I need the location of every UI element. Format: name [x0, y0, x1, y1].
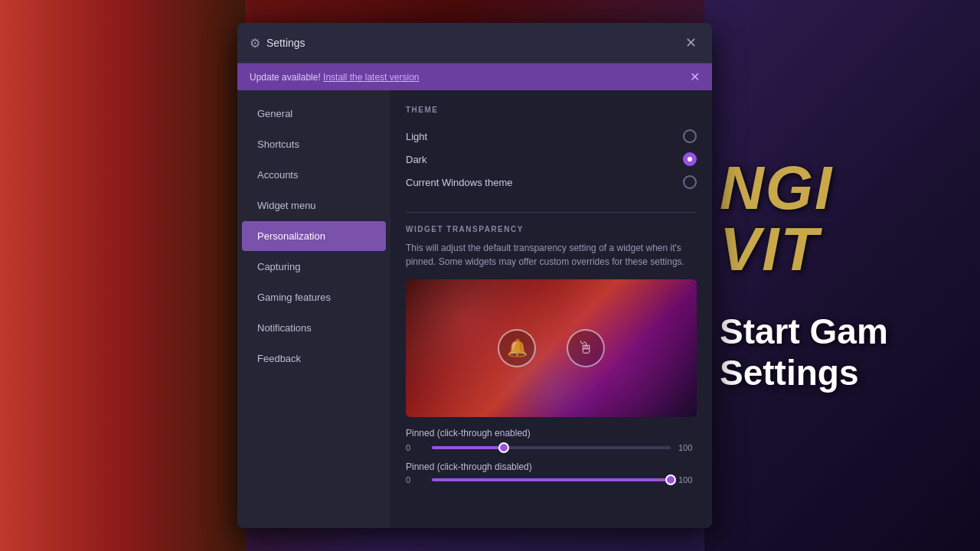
theme-light-label: Light	[406, 131, 427, 142]
transparency-description: This will adjust the default transparenc…	[406, 241, 697, 269]
bg-text-ngi: NGI	[720, 158, 833, 219]
window-title: Settings	[266, 37, 305, 49]
pinned-click-through-enabled-label: Pinned (click-through enabled)	[406, 428, 697, 439]
sidebar-item-accounts[interactable]: Accounts	[242, 160, 386, 190]
slider1-thumb[interactable]	[498, 442, 509, 453]
install-link[interactable]: Install the latest version	[323, 72, 419, 83]
title-bar-left: ⚙ Settings	[250, 36, 305, 51]
sidebar-item-shortcuts[interactable]: Shortcuts	[242, 129, 386, 159]
theme-dark[interactable]: Dark	[406, 148, 697, 171]
theme-dark-label: Dark	[406, 154, 426, 165]
banner-close-button[interactable]: ✕	[690, 70, 700, 84]
theme-windows-radio[interactable]	[683, 175, 697, 189]
main-content: THEME Light Dark Current Windows theme W…	[390, 90, 712, 528]
slider1-min: 0	[406, 443, 424, 452]
slider2-min: 0	[406, 475, 424, 484]
section-divider	[406, 212, 697, 213]
slider1-max: 100	[678, 443, 697, 452]
bg-text-vit: VIT	[720, 219, 819, 280]
sidebar-item-notifications[interactable]: Notifications	[242, 313, 386, 343]
update-banner: Update available! Install the latest ver…	[237, 64, 712, 90]
theme-windows[interactable]: Current Windows theme	[406, 171, 697, 194]
background-left	[0, 0, 245, 551]
sidebar: General Shortcuts Accounts Widget menu P…	[237, 90, 390, 528]
theme-windows-label: Current Windows theme	[406, 177, 512, 188]
slider2-track[interactable]	[432, 478, 671, 481]
sidebar-item-capturing[interactable]: Capturing	[242, 252, 386, 282]
slider2-thumb[interactable]	[665, 474, 676, 485]
bg-text-start: Start Gam	[720, 311, 888, 352]
slider1-fill	[432, 446, 504, 449]
gear-icon: ⚙	[250, 36, 260, 51]
slider1-track[interactable]	[432, 446, 671, 449]
content-area: General Shortcuts Accounts Widget menu P…	[237, 90, 712, 528]
update-text: Update available! Install the latest ver…	[250, 72, 419, 83]
sidebar-item-feedback[interactable]: Feedback	[242, 344, 386, 373]
title-bar: ⚙ Settings ✕	[237, 23, 712, 64]
transparency-preview: 🔔 🖱	[406, 279, 697, 417]
background-right: NGI VIT Start Gam Settings	[704, 0, 980, 551]
sidebar-item-personalization[interactable]: Personalization	[242, 221, 386, 251]
theme-options: Light Dark Current Windows theme	[406, 125, 697, 194]
settings-window: ⚙ Settings ✕ Update available! Install t…	[237, 23, 712, 528]
bg-text-settings: Settings	[720, 352, 858, 393]
theme-light[interactable]: Light	[406, 125, 697, 148]
transparency-section-title: WIDGET TRANSPARENCY	[406, 225, 697, 233]
theme-dark-radio[interactable]	[683, 152, 697, 166]
slider2-fill	[432, 478, 671, 481]
slider2-row: 0 100	[406, 475, 697, 484]
slider1-row: 0 100	[406, 443, 697, 452]
theme-section-title: THEME	[406, 106, 697, 114]
pinned-click-through-disabled-label: Pinned (click-through disabled)	[406, 461, 697, 472]
theme-light-radio[interactable]	[683, 129, 697, 143]
preview-overlay	[406, 279, 697, 417]
sidebar-item-general[interactable]: General	[242, 99, 386, 129]
sidebar-item-widget-menu[interactable]: Widget menu	[242, 191, 386, 220]
slider2-max: 100	[678, 475, 697, 484]
sidebar-item-gaming-features[interactable]: Gaming features	[242, 282, 386, 312]
window-close-button[interactable]: ✕	[681, 34, 700, 52]
